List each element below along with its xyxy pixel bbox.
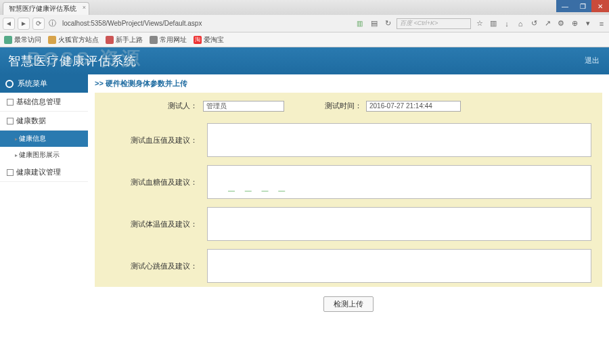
bp-label: 测试血压值及建议：: [95, 119, 203, 161]
more-icon[interactable]: ▾: [583, 19, 593, 28]
sync-icon[interactable]: ↺: [529, 19, 539, 28]
shield-icon[interactable]: ▥: [357, 20, 363, 27]
search-input[interactable]: 百度 <Ctrl+K>: [397, 18, 471, 29]
heart-textarea[interactable]: [207, 249, 591, 283]
tester-input[interactable]: [203, 101, 284, 112]
app-header: BOSS 资源 智慧医疗健康评估系统 退出: [0, 47, 609, 74]
window-maximize-button[interactable]: ❐: [574, 0, 591, 12]
gear-icon[interactable]: ⚙: [556, 19, 566, 28]
sidebar-item-advice[interactable]: 健康建议管理: [0, 163, 88, 182]
library-icon[interactable]: ▥: [489, 19, 498, 28]
sidebar-sub-health-info[interactable]: 健康信息: [0, 131, 88, 147]
url-text[interactable]: localhost:5358/WebProject/Views/Default.…: [60, 20, 204, 27]
info-icon[interactable]: ⓘ: [47, 19, 57, 28]
home-icon[interactable]: ⌂: [516, 19, 525, 28]
app-title: 智慧医疗健康评估系统: [8, 53, 137, 69]
dash-decoration: — — — —: [228, 187, 289, 194]
form-panel: 测试人： 测试时间： 测试血压值及建议： 测试血糖值及建议： — — — — 测…: [95, 93, 602, 287]
reader-icon[interactable]: ▤: [369, 19, 379, 28]
bookmark-item[interactable]: 淘爱淘宝: [194, 35, 224, 45]
breadcrumb: >> 硬件检测身体参数并上传: [95, 78, 602, 89]
window-close-button[interactable]: ✕: [591, 0, 609, 12]
content-area: >> 硬件检测身体参数并上传 测试人： 测试时间： 测试血压值及建议： 测试血糖…: [88, 74, 609, 364]
temp-textarea[interactable]: [207, 207, 591, 241]
sidebar-item-basic-info[interactable]: 基础信息管理: [0, 93, 88, 112]
share-icon[interactable]: ↗: [543, 19, 552, 28]
forward-button[interactable]: ►: [18, 18, 30, 30]
tester-label: 测试人：: [95, 97, 203, 115]
glucose-label: 测试血糖值及建议：: [95, 161, 203, 203]
heart-label: 测试心跳值及建议：: [95, 245, 203, 287]
submit-button[interactable]: 检测上传: [323, 296, 374, 312]
temp-label: 测试体温值及建议：: [95, 203, 203, 245]
star-icon[interactable]: ☆: [475, 19, 484, 28]
test-time-label: 测试时间：: [284, 101, 366, 111]
window-titlebar: 智慧医疗健康评估系统 × — ❐ ✕: [0, 0, 609, 15]
sidebar: 系统菜单 基础信息管理 健康数据 健康信息 健康图形展示 健康建议管理: [0, 74, 88, 364]
refresh-icon[interactable]: ↻: [383, 19, 392, 28]
bookmark-item[interactable]: 最常访问: [4, 35, 41, 45]
address-bar: ◄ ► ⟳ ⓘ localhost:5358/WebProject/Views/…: [0, 15, 609, 32]
tab-close-icon[interactable]: ×: [83, 4, 86, 11]
sidebar-item-health-data[interactable]: 健康数据: [0, 112, 88, 131]
sidebar-header-label: 系统菜单: [18, 78, 47, 89]
download-icon[interactable]: ↓: [502, 19, 512, 28]
reload-button[interactable]: ⟳: [32, 18, 45, 30]
bp-textarea[interactable]: [207, 123, 591, 157]
tab-title: 智慧医疗健康评估系统: [9, 5, 76, 12]
glucose-textarea[interactable]: — — — —: [207, 165, 591, 199]
sidebar-sub-health-chart[interactable]: 健康图形展示: [0, 147, 88, 163]
gear-icon: [5, 80, 14, 88]
logout-link[interactable]: 退出: [585, 55, 600, 66]
menu-icon[interactable]: ≡: [597, 19, 606, 28]
back-button[interactable]: ◄: [3, 18, 15, 30]
test-time-input[interactable]: [366, 101, 461, 112]
sidebar-header: 系统菜单: [0, 74, 88, 93]
bookmarks-bar: 最常访问 火狐官方站点 新手上路 常用网址 淘爱淘宝: [0, 32, 609, 47]
window-minimize-button[interactable]: —: [556, 0, 574, 12]
bookmark-item[interactable]: 火狐官方站点: [48, 35, 99, 45]
zoom-icon[interactable]: ⊕: [570, 19, 579, 28]
bookmark-item[interactable]: 新手上路: [106, 35, 143, 45]
bookmark-item[interactable]: 常用网址: [150, 35, 187, 45]
browser-tab[interactable]: 智慧医疗健康评估系统 ×: [3, 2, 89, 15]
